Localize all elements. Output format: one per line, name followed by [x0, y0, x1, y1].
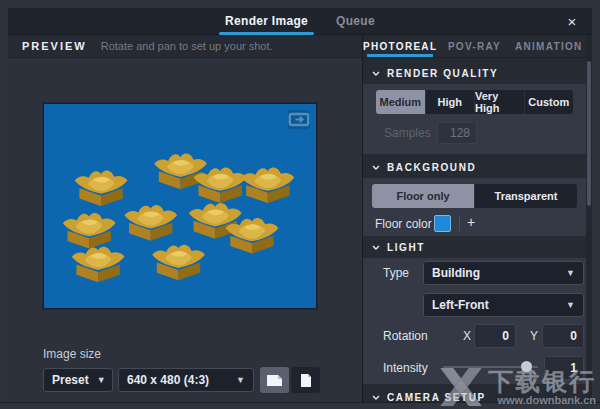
preview-panel: PREVIEW Rotate and pan to set up your sh… — [8, 35, 362, 402]
tab-render-image[interactable]: Render Image — [225, 8, 308, 35]
preview-hint: Rotate and pan to set up your shot. — [101, 40, 273, 52]
tab-animation[interactable]: ANIMATION — [512, 35, 586, 57]
size-value: 640 x 480 (4:3) — [127, 373, 209, 387]
preview-header: PREVIEW Rotate and pan to set up your sh… — [8, 35, 362, 58]
rotation-x-input[interactable]: 0 — [474, 324, 516, 348]
chevron-down-icon — [372, 395, 380, 400]
samples-label: Samples — [384, 126, 431, 140]
quality-very-high-button[interactable]: Very High — [475, 90, 525, 114]
image-size-label: Image size — [43, 347, 101, 361]
chevron-down-icon: ▼ — [89, 375, 106, 385]
settings-panel: PHOTOREAL POV-RAY ANIMATION RENDER QUALI… — [363, 35, 592, 402]
divider — [459, 216, 460, 231]
floor-color-row: Floor color + — [363, 214, 586, 236]
light-type-label: Type — [383, 266, 409, 280]
quality-medium-button[interactable]: Medium — [376, 90, 426, 114]
background-segmented-control: Floor only Transparent — [372, 184, 577, 208]
scrollbar — [586, 35, 592, 402]
tab-photoreal[interactable]: PHOTOREAL — [363, 35, 437, 57]
preview-canvas-svg — [44, 104, 316, 308]
light-direction-dropdown[interactable]: Left-Front ▼ — [423, 293, 584, 317]
chevron-down-icon: ▼ — [558, 268, 575, 278]
preset-dropdown[interactable]: Preset ▼ — [43, 368, 113, 392]
rotation-label: Rotation — [383, 329, 428, 343]
render-dialog: Render Image Queue × PREVIEW Rotate and … — [0, 0, 600, 409]
add-color-button[interactable]: + — [467, 214, 475, 230]
preview-title: PREVIEW — [22, 40, 87, 52]
landscape-page-icon — [266, 374, 283, 387]
quality-segmented-control: Medium High Very High Custom — [376, 90, 573, 114]
size-dropdown[interactable]: 640 x 480 (4:3) ▼ — [118, 368, 254, 392]
chevron-down-icon: ▼ — [558, 300, 575, 310]
preset-value: Preset — [52, 373, 89, 387]
chevron-down-icon: ▼ — [228, 375, 245, 385]
tab-queue[interactable]: Queue — [336, 8, 375, 35]
floor-color-label: Floor color — [375, 217, 432, 231]
rotation-x-label: X — [463, 329, 471, 343]
chevron-down-icon — [372, 71, 380, 76]
dialog-bottom-edge — [0, 402, 600, 409]
intensity-label: Intensity — [383, 361, 428, 375]
render-engine-tabs: PHOTOREAL POV-RAY ANIMATION — [363, 35, 586, 58]
orientation-landscape-button[interactable] — [260, 367, 289, 393]
samples-row: Samples 128 — [363, 120, 586, 146]
close-icon[interactable]: × — [562, 12, 582, 32]
section-render-quality[interactable]: RENDER QUALITY — [363, 62, 586, 84]
section-light[interactable]: LIGHT — [363, 236, 586, 258]
rotation-y-input[interactable]: 0 — [542, 324, 584, 348]
intensity-input[interactable]: 1 — [544, 356, 584, 380]
light-type-dropdown[interactable]: Building ▼ — [423, 261, 584, 285]
chevron-down-icon — [372, 245, 380, 250]
render-quality-content: Medium High Very High Custom Samples 128 — [363, 84, 586, 154]
light-content: Type Building ▼ Left-Front ▼ Rotation X … — [363, 258, 586, 384]
render-preview-canvas[interactable] — [43, 103, 317, 309]
quality-custom-button[interactable]: Custom — [525, 90, 574, 114]
transparent-button[interactable]: Transparent — [475, 184, 577, 208]
canvas-rotate-icon[interactable] — [288, 110, 310, 129]
section-camera-setup[interactable]: CAMERA SETUP — [363, 386, 586, 402]
chevron-down-icon — [372, 165, 380, 170]
quality-high-button[interactable]: High — [426, 90, 476, 114]
floor-only-button[interactable]: Floor only — [372, 184, 475, 208]
slider-handle[interactable] — [521, 361, 532, 372]
portrait-page-icon — [300, 373, 312, 388]
floor-color-swatch[interactable] — [434, 215, 451, 232]
orientation-portrait-button[interactable] — [291, 367, 320, 393]
title-bar: Render Image Queue × — [8, 8, 592, 35]
section-background[interactable]: BACKGROUND — [363, 156, 586, 178]
rotation-y-label: Y — [530, 329, 538, 343]
tab-povray[interactable]: POV-RAY — [437, 35, 511, 57]
scrollbar-thumb[interactable] — [587, 61, 591, 206]
background-content: Floor only Transparent Floor color + — [363, 178, 586, 236]
intensity-slider[interactable] — [443, 355, 538, 379]
samples-input[interactable]: 128 — [437, 122, 477, 144]
